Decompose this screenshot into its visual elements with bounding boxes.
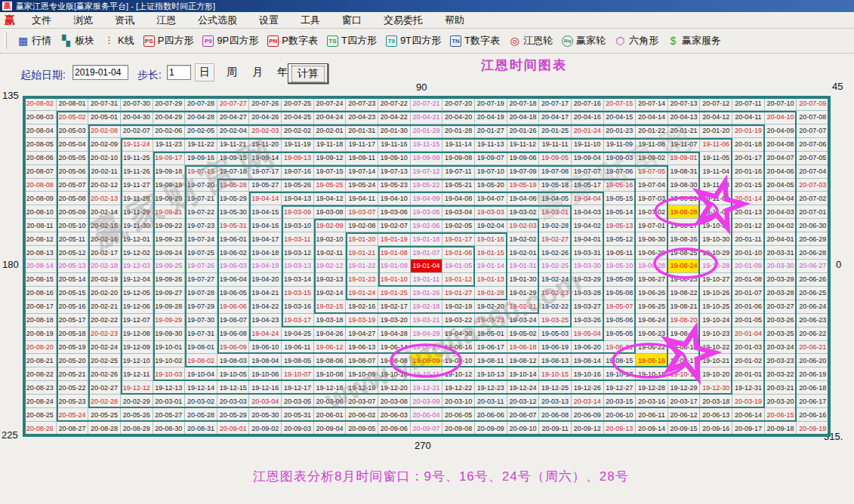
period-button-月[interactable]: 月 bbox=[248, 63, 267, 81]
toolbar-button-sectors[interactable]: ▚板块 bbox=[56, 34, 99, 48]
toolbar-button-gann-wheel[interactable]: ◎江恩轮 bbox=[504, 34, 557, 48]
hexagon-icon: ⬡ bbox=[615, 35, 626, 47]
date-cell: 19-04-30 bbox=[442, 327, 475, 341]
candlestick-icon: ⫶ bbox=[103, 35, 115, 47]
date-cell: 19-04-17 bbox=[249, 232, 282, 246]
date-cell: 20-03-08 bbox=[378, 395, 411, 408]
date-cell: 20-01-28 bbox=[442, 124, 475, 138]
period-button-周[interactable]: 周 bbox=[222, 63, 242, 81]
date-cell: 19-07-09 bbox=[507, 165, 540, 179]
date-cell: 19-02-12 bbox=[314, 260, 347, 273]
menu-item-资讯[interactable]: 资讯 bbox=[104, 14, 146, 27]
date-cell: 20-08-31 bbox=[185, 422, 217, 435]
date-cell: 19-07-07 bbox=[572, 165, 604, 179]
menu-item-窗口[interactable]: 窗口 bbox=[331, 14, 373, 27]
date-cell: 19-04-22 bbox=[249, 300, 282, 314]
toolbar-grip[interactable] bbox=[5, 32, 7, 49]
date-cell: 19-10-30 bbox=[700, 232, 732, 246]
date-cell: 19-10-26 bbox=[700, 287, 732, 300]
date-cell: 19-01-07 bbox=[411, 246, 443, 260]
toolbar-button-p-number-table[interactable]: PNP数字表 bbox=[263, 34, 322, 48]
date-cell: 19-01-14 bbox=[475, 260, 507, 273]
date-cell: 20-01-14 bbox=[732, 192, 765, 205]
date-cell: 20-08-14 bbox=[24, 260, 57, 273]
menu-item-设置[interactable]: 设置 bbox=[248, 14, 290, 27]
date-cell: 19-07-20 bbox=[185, 179, 217, 192]
date-cell: 19-10-20 bbox=[700, 367, 732, 381]
date-cell: 20-08-25 bbox=[24, 408, 57, 422]
date-cell: 19-01-13 bbox=[475, 273, 507, 287]
toolbar-button-quotes[interactable]: ▦行情 bbox=[13, 34, 56, 48]
step-input[interactable] bbox=[167, 65, 191, 80]
calculate-button[interactable]: 计算 bbox=[288, 63, 328, 84]
date-cell: 19-05-08 bbox=[604, 287, 637, 300]
date-cell: 20-07-17 bbox=[539, 97, 572, 111]
date-cell: 19-07-06 bbox=[604, 165, 637, 179]
date-cell: 19-06-29 bbox=[636, 246, 668, 260]
toolbar-button-label: 赢家轮 bbox=[576, 34, 606, 48]
date-cell: 19-09-24 bbox=[153, 246, 186, 260]
date-cell: 19-06-19 bbox=[539, 341, 572, 355]
date-cell: 20-05-18 bbox=[57, 327, 89, 341]
date-cell: 20-01-01 bbox=[732, 367, 765, 381]
date-cell: 19-12-26 bbox=[572, 381, 604, 395]
date-cell: 19-08-15 bbox=[604, 354, 637, 367]
toolbar-button-t-number-table[interactable]: TNT数字表 bbox=[445, 34, 504, 48]
date-cell: 19-04-23 bbox=[249, 314, 282, 327]
date-cell: 19-10-23 bbox=[700, 327, 732, 341]
date-cell: 20-03-11 bbox=[475, 395, 507, 408]
start-date-input[interactable] bbox=[72, 65, 128, 80]
date-cell: 19-11-29 bbox=[121, 205, 153, 219]
date-cell: 20-08-20 bbox=[24, 341, 57, 355]
date-cell: 20-08-01 bbox=[57, 97, 89, 111]
date-cell: 19-12-08 bbox=[121, 327, 153, 341]
toolbar-button-kline[interactable]: ⫶K线 bbox=[99, 34, 139, 48]
date-cell: 19-08-25 bbox=[668, 246, 701, 260]
date-cell: 19-02-05 bbox=[442, 219, 475, 232]
date-cell: 20-05-24 bbox=[57, 408, 89, 422]
menu-item-江恩[interactable]: 江恩 bbox=[146, 14, 187, 27]
date-cell: 20-05-11 bbox=[57, 232, 89, 246]
menu-item-交易委托[interactable]: 交易委托 bbox=[373, 14, 434, 27]
menu-item-公式选股[interactable]: 公式选股 bbox=[187, 14, 248, 27]
date-cell: 20-04-20 bbox=[442, 111, 475, 124]
menu-item-浏览[interactable]: 浏览 bbox=[63, 14, 104, 27]
toolbar-button-t-square[interactable]: TST四方形 bbox=[322, 34, 381, 48]
date-cell: 19-03-11 bbox=[282, 232, 314, 246]
date-cell: 20-08-26 bbox=[24, 422, 57, 435]
date-cell: 20-03-22 bbox=[765, 367, 797, 381]
date-cell: 19-11-21 bbox=[217, 138, 250, 152]
date-cell: 19-04-13 bbox=[282, 192, 314, 205]
date-cell: 20-09-14 bbox=[636, 422, 668, 435]
date-cell: 20-06-23 bbox=[797, 314, 829, 327]
date-cell: 20-08-24 bbox=[24, 395, 57, 408]
period-button-日[interactable]: 日 bbox=[195, 63, 214, 81]
date-cell: 20-02-18 bbox=[88, 260, 121, 273]
date-cell: 19-04-08 bbox=[442, 192, 475, 205]
date-cell: 19-05-03 bbox=[539, 327, 572, 341]
toolbar-button-9p-square[interactable]: P99P四方形 bbox=[198, 34, 263, 48]
date-cell: 20-04-23 bbox=[346, 111, 378, 124]
date-cell: 19-05-23 bbox=[378, 179, 411, 192]
toolbar-button-9t-square[interactable]: T99T四方形 bbox=[381, 34, 445, 48]
menu-item-帮助[interactable]: 帮助 bbox=[434, 14, 476, 27]
date-cell: 19-12-04 bbox=[121, 273, 153, 287]
toolbar-button-p-square[interactable]: PSP四方形 bbox=[139, 34, 199, 48]
date-cell: 20-06-08 bbox=[539, 408, 572, 422]
date-cell: 19-04-15 bbox=[249, 205, 282, 219]
date-cell: 19-04-09 bbox=[411, 192, 443, 205]
menu-item-文件[interactable]: 文件 bbox=[21, 14, 63, 27]
date-cell: 19-10-03 bbox=[153, 367, 186, 381]
toolbar-button-winner-wheel[interactable]: Big赢家轮 bbox=[557, 34, 610, 48]
date-cell: 19-04-12 bbox=[314, 192, 347, 205]
date-cell: 20-06-29 bbox=[797, 232, 829, 246]
date-cell: 19-01-25 bbox=[378, 287, 411, 300]
date-cell: 19-12-21 bbox=[411, 381, 443, 395]
date-cell: 20-06-14 bbox=[732, 408, 765, 422]
toolbar-button-hexagon[interactable]: ⬡六角形 bbox=[610, 34, 663, 48]
date-cell: 20-09-06 bbox=[378, 422, 411, 435]
toolbar-button-winner-service[interactable]: $赢家服务 bbox=[663, 34, 726, 48]
date-cell: 19-12-28 bbox=[636, 381, 668, 395]
date-cell: 19-11-23 bbox=[153, 138, 186, 152]
menu-item-工具[interactable]: 工具 bbox=[290, 14, 331, 27]
